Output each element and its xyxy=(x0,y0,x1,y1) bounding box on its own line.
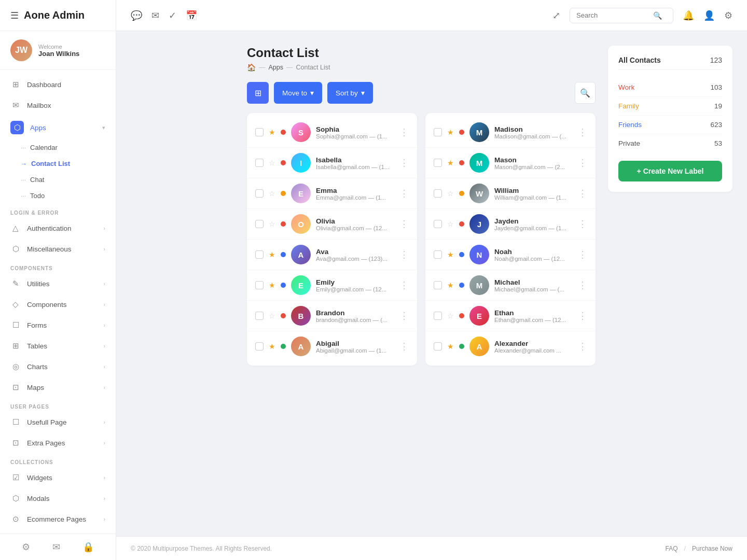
more-options-icon[interactable]: ⋮ xyxy=(578,188,587,199)
contact-checkbox[interactable] xyxy=(255,220,264,228)
contact-checkbox[interactable] xyxy=(255,189,264,198)
contact-row[interactable]: ☆ E Ethan Ethan@gmail.com — (12... ⋮ xyxy=(425,301,596,331)
contact-row[interactable]: ☆ I Isabella Isabella@gmail.com — (1... … xyxy=(247,148,417,178)
sidebar-item-extra-pages[interactable]: ⊡ Extra Pages › xyxy=(0,432,116,453)
star-icon[interactable]: ★ xyxy=(447,342,454,351)
more-options-icon[interactable]: ⋮ xyxy=(399,127,409,138)
label-row[interactable]: Work 103 xyxy=(618,78,722,97)
label-row[interactable]: Friends 623 xyxy=(618,116,722,134)
label-row[interactable]: Family 19 xyxy=(618,97,722,116)
sidebar-item-ecommerce[interactable]: ⊙ Ecommerce Pages › xyxy=(0,509,116,529)
chat-topbar-icon[interactable]: 💬 xyxy=(131,10,142,21)
more-options-icon[interactable]: ⋮ xyxy=(399,188,409,199)
contact-checkbox[interactable] xyxy=(434,159,442,167)
user-topbar-icon[interactable]: 👤 xyxy=(703,10,715,21)
sidebar-item-modals[interactable]: ⬡ Modals › xyxy=(0,488,116,509)
sidebar-item-utilities[interactable]: ✎ Utilities › xyxy=(0,273,116,294)
contact-row[interactable]: ☆ B Brandon brandon@gmail.com — (... ⋮ xyxy=(247,301,417,331)
contact-checkbox[interactable] xyxy=(255,281,264,289)
star-icon[interactable]: ★ xyxy=(447,250,454,259)
contact-checkbox[interactable] xyxy=(255,159,264,167)
sidebar-item-components[interactable]: ◇ Components › xyxy=(0,294,116,315)
contact-row[interactable]: ★ S Sophia Sophia@gmail.com — (1... ⋮ xyxy=(247,117,417,148)
mail-topbar-icon[interactable]: ✉ xyxy=(151,10,159,21)
contact-row[interactable]: ★ A Ava Ava@gmail.com — (123)... ⋮ xyxy=(247,240,417,270)
sidebar-item-authentication[interactable]: △ Authentication › xyxy=(0,218,116,239)
expand-icon[interactable]: ⤢ xyxy=(552,10,560,21)
sidebar-item-maps[interactable]: ⊡ Maps › xyxy=(0,377,116,398)
contact-row[interactable]: ★ M Michael Michael@gmail.com — (... ⋮ xyxy=(425,270,596,301)
contact-row[interactable]: ☆ O Olivia Olivia@gmail.com — (12... ⋮ xyxy=(247,209,417,240)
star-icon[interactable]: ☆ xyxy=(447,312,454,320)
lock-footer-icon[interactable]: 🔒 xyxy=(82,541,94,553)
contact-row[interactable]: ★ M Madison Madison@gmail.com — (... ⋮ xyxy=(425,117,596,148)
sidebar-item-miscellaneous[interactable]: ⬡ Miscellaneous › xyxy=(0,239,116,259)
breadcrumb-home-icon[interactable]: 🏠 xyxy=(247,63,256,72)
contact-row[interactable]: ★ N Noah Noah@gmail.com — (12... ⋮ xyxy=(425,240,596,270)
more-options-icon[interactable]: ⋮ xyxy=(578,157,587,169)
purchase-link[interactable]: Purchase Now xyxy=(692,545,732,552)
contact-checkbox[interactable] xyxy=(255,250,264,259)
sidebar-item-widgets[interactable]: ☑ Widgets › xyxy=(0,467,116,488)
more-options-icon[interactable]: ⋮ xyxy=(399,157,409,169)
gear-icon[interactable]: ⚙ xyxy=(724,10,732,21)
contact-row[interactable]: ☆ E Emma Emma@gmail.com — (1... ⋮ xyxy=(247,178,417,209)
star-icon[interactable]: ☆ xyxy=(447,220,454,228)
contact-checkbox[interactable] xyxy=(255,342,264,351)
star-icon[interactable]: ★ xyxy=(447,159,454,167)
star-icon[interactable]: ★ xyxy=(447,281,454,289)
contact-checkbox[interactable] xyxy=(434,281,442,289)
sidebar-item-charts[interactable]: ◎ Charts › xyxy=(0,356,116,377)
breadcrumb-apps[interactable]: Apps xyxy=(269,64,284,71)
more-options-icon[interactable]: ⋮ xyxy=(399,249,409,260)
more-options-icon[interactable]: ⋮ xyxy=(578,341,587,352)
sidebar-item-contact-list[interactable]: → Contact List xyxy=(21,156,116,172)
more-options-icon[interactable]: ⋮ xyxy=(399,218,409,230)
contact-row[interactable]: ☆ J Jayden Jayden@gmail.com — (1... ⋮ xyxy=(425,209,596,240)
contact-row[interactable]: ★ A Alexander Alexander@gmail.com ... ⋮ xyxy=(425,331,596,361)
contact-checkbox[interactable] xyxy=(434,128,442,136)
contact-checkbox[interactable] xyxy=(434,250,442,259)
more-options-icon[interactable]: ⋮ xyxy=(578,218,587,230)
contact-checkbox[interactable] xyxy=(434,342,442,351)
star-icon[interactable]: ☆ xyxy=(447,189,454,198)
settings-footer-icon[interactable]: ⚙ xyxy=(22,541,30,553)
more-options-icon[interactable]: ⋮ xyxy=(578,279,587,291)
check-topbar-icon[interactable]: ✓ xyxy=(169,10,176,21)
star-icon[interactable]: ☆ xyxy=(269,220,275,228)
sidebar-item-calendar[interactable]: ··· Calendar xyxy=(21,139,116,156)
label-row[interactable]: Private 53 xyxy=(618,134,722,152)
star-icon[interactable]: ☆ xyxy=(269,189,275,198)
create-new-label-button[interactable]: + Create New Label xyxy=(618,161,722,181)
hamburger-icon[interactable]: ☰ xyxy=(10,10,19,21)
more-options-icon[interactable]: ⋮ xyxy=(399,310,409,321)
sidebar-item-tables[interactable]: ⊞ Tables › xyxy=(0,335,116,356)
move-to-button[interactable]: Move to ▾ xyxy=(274,82,322,104)
star-icon[interactable]: ★ xyxy=(447,128,454,136)
more-options-icon[interactable]: ⋮ xyxy=(578,310,587,321)
contact-row[interactable]: ★ A Abigail Abigail@gmail.com — (1... ⋮ xyxy=(247,331,417,361)
contact-checkbox[interactable] xyxy=(255,128,264,136)
contact-checkbox[interactable] xyxy=(434,220,442,228)
sidebar-item-dashboard[interactable]: ⊞ Dashboard xyxy=(0,74,116,95)
toolbar-search-button[interactable]: 🔍 xyxy=(575,82,596,104)
sidebar-item-todo[interactable]: ··· Todo xyxy=(21,188,116,204)
star-icon[interactable]: ★ xyxy=(269,342,275,351)
contact-row[interactable]: ★ M Mason Mason@gmail.com — (2... ⋮ xyxy=(425,148,596,178)
more-options-icon[interactable]: ⋮ xyxy=(578,127,587,138)
star-icon[interactable]: ☆ xyxy=(269,312,275,320)
mail-footer-icon[interactable]: ✉ xyxy=(52,541,60,553)
star-icon[interactable]: ☆ xyxy=(269,159,275,167)
search-input[interactable] xyxy=(576,11,649,19)
sidebar-item-usefull-page[interactable]: ☐ Usefull Page › xyxy=(0,412,116,432)
calendar-topbar-icon[interactable]: 📅 xyxy=(186,10,197,21)
more-options-icon[interactable]: ⋮ xyxy=(399,279,409,291)
sidebar-item-apps[interactable]: ⬡ Apps ▾ xyxy=(0,116,116,139)
grid-view-button[interactable]: ⊞ xyxy=(247,82,269,104)
contact-row[interactable]: ★ E Emily Emily@gmail.com — (12... ⋮ xyxy=(247,270,417,301)
star-icon[interactable]: ★ xyxy=(269,250,275,259)
sidebar-item-forms[interactable]: ☐ Forms › xyxy=(0,315,116,335)
sort-by-button[interactable]: Sort by ▾ xyxy=(327,82,373,104)
contact-checkbox[interactable] xyxy=(255,312,264,320)
contact-row[interactable]: ☆ W William William@gmail.com — (1... ⋮ xyxy=(425,178,596,209)
